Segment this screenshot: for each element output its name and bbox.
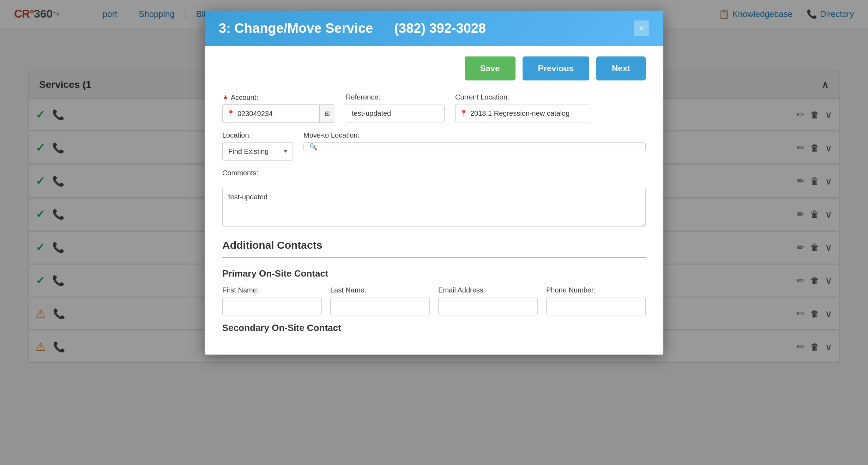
primary-first-name-label: First Name: <box>222 286 322 294</box>
additional-contacts-title: Additional Contacts <box>222 239 646 251</box>
form-row-3: Comments: test-updated <box>222 169 646 227</box>
modal-title-prefix: 3: Change/Move Service <box>219 21 373 36</box>
primary-email-input[interactable] <box>438 297 538 315</box>
reference-label: Reference: <box>346 93 445 101</box>
primary-email-group: Email Address: <box>438 286 538 315</box>
primary-last-name-input[interactable] <box>330 297 430 315</box>
account-lookup-button[interactable]: ⊞ <box>319 105 335 122</box>
modal-toolbar: Save Previous Next <box>222 56 646 80</box>
location-select[interactable]: Find Existing Create New <box>222 142 293 161</box>
primary-first-name-group: First Name: <box>222 286 322 315</box>
location-select-wrapper: Find Existing Create New <box>222 142 293 161</box>
location-group: Location: Find Existing Create New <box>222 131 293 161</box>
primary-last-name-group: Last Name: <box>330 286 430 315</box>
location-label: Location: <box>222 131 293 139</box>
current-location-group: Current Location: 📍 2018.1 Regression-ne… <box>455 93 589 122</box>
previous-button[interactable]: Previous <box>523 56 589 80</box>
next-button[interactable]: Next <box>596 56 646 80</box>
section-divider <box>222 257 646 258</box>
required-star: ★ <box>222 93 229 102</box>
current-location-input-wrapper: 📍 2018.1 Regression-new catalog <box>455 104 589 122</box>
reference-input[interactable] <box>346 104 445 122</box>
secondary-contact-title: Secondary On-Site Contact <box>222 322 646 333</box>
primary-phone-label: Phone Number: <box>546 286 646 294</box>
save-button[interactable]: Save <box>465 56 516 80</box>
modal-overlay: 3: Change/Move Service (382) 392-3028 × … <box>0 0 868 465</box>
pin-icon: 📍 <box>460 109 468 117</box>
modal-phone-number: (382) 392-3028 <box>394 21 486 36</box>
primary-last-name-label: Last Name: <box>330 286 430 294</box>
form-row-1: ★ Account: 📍 023049234 ⊞ <box>222 93 646 123</box>
primary-phone-group: Phone Number: <box>546 286 646 315</box>
modal-close-button[interactable]: × <box>634 20 649 36</box>
move-to-location-group: Move-to Location: 🔍 <box>303 131 646 151</box>
primary-first-name-input[interactable] <box>222 297 322 315</box>
change-move-service-modal: 3: Change/Move Service (382) 392-3028 × … <box>205 11 663 355</box>
primary-phone-input[interactable] <box>546 297 646 315</box>
modal-title: 3: Change/Move Service (382) 392-3028 <box>219 21 486 36</box>
current-location-label: Current Location: <box>455 93 589 101</box>
current-location-value: 2018.1 Regression-new catalog <box>470 109 569 117</box>
search-icon: 🔍 <box>309 143 317 151</box>
modal-body: Save Previous Next ★ Account: 📍 02304923… <box>205 46 663 355</box>
primary-contact-title: Primary On-Site Contact <box>222 268 646 279</box>
grid-icon: ⊞ <box>325 110 330 117</box>
modal-header: 3: Change/Move Service (382) 392-3028 × <box>205 11 663 46</box>
primary-email-label: Email Address: <box>438 286 538 294</box>
form-row-2: Location: Find Existing Create New Move-… <box>222 131 646 161</box>
move-to-location-input[interactable] <box>320 143 640 151</box>
comments-textarea[interactable]: test-updated <box>222 188 646 227</box>
move-to-location-label: Move-to Location: <box>303 131 646 139</box>
primary-contact-fields: First Name: Last Name: Email Address: Ph… <box>222 286 646 315</box>
account-group: ★ Account: 📍 023049234 ⊞ <box>222 93 335 123</box>
account-text-area: 📍 023049234 <box>223 110 319 118</box>
current-location-text-area: 📍 2018.1 Regression-new catalog <box>456 109 589 117</box>
move-to-location-input-wrapper: 🔍 <box>303 142 646 151</box>
pin-icon: 📍 <box>227 110 235 117</box>
account-label: ★ Account: <box>222 93 335 102</box>
account-input-wrapper: 📍 023049234 ⊞ <box>222 104 335 123</box>
account-value: 023049234 <box>237 110 273 118</box>
comments-label: Comments: <box>222 169 258 177</box>
reference-group: Reference: <box>346 93 445 122</box>
